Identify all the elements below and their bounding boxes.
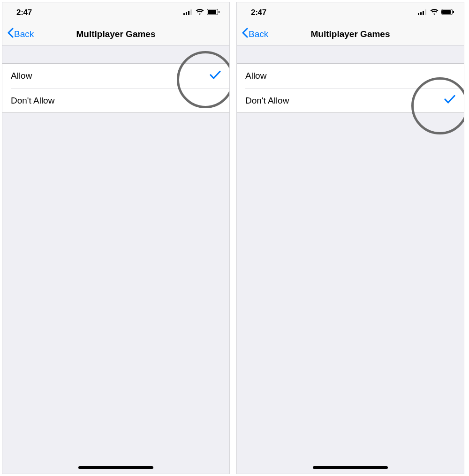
- checkmark-icon: [444, 95, 455, 106]
- status-time: 2:47: [16, 8, 32, 17]
- svg-rect-8: [420, 12, 422, 15]
- svg-rect-9: [423, 11, 424, 15]
- battery-icon: [441, 8, 454, 17]
- row-allow[interactable]: Allow: [2, 64, 229, 88]
- status-icons: [183, 8, 220, 17]
- content: Allow Don't Allow: [237, 45, 464, 113]
- group-spacer: [237, 45, 464, 63]
- wifi-icon: [430, 8, 439, 17]
- nav-bar: Back Multiplayer Games: [237, 23, 464, 45]
- row-label: Don't Allow: [245, 96, 289, 106]
- back-label: Back: [249, 29, 268, 39]
- back-button[interactable]: Back: [7, 28, 34, 40]
- back-label: Back: [14, 29, 34, 39]
- options-list: Allow Don't Allow: [237, 63, 464, 113]
- row-label: Don't Allow: [11, 96, 54, 106]
- content: Allow Don't Allow: [2, 45, 229, 113]
- row-allow[interactable]: Allow: [237, 64, 464, 88]
- status-bar: 2:47: [2, 2, 229, 23]
- svg-rect-0: [183, 13, 185, 15]
- phone-screen-1: 2:47 Back Multiplayer Games Allow: [2, 2, 230, 474]
- home-indicator[interactable]: [78, 466, 153, 469]
- status-icons: [418, 8, 454, 17]
- status-bar: 2:47: [237, 2, 464, 23]
- status-time: 2:47: [251, 8, 266, 17]
- battery-icon: [207, 8, 220, 17]
- phone-screen-2: 2:47 Back Multiplayer Games Allow: [236, 2, 464, 474]
- svg-rect-5: [208, 10, 216, 14]
- page-title: Multiplayer Games: [311, 29, 390, 39]
- back-button[interactable]: Back: [242, 28, 268, 40]
- page-title: Multiplayer Games: [76, 29, 156, 39]
- wifi-icon: [196, 8, 204, 17]
- svg-rect-12: [442, 10, 451, 14]
- checkmark-icon: [210, 70, 221, 82]
- svg-rect-3: [190, 9, 192, 15]
- options-list: Allow Don't Allow: [2, 63, 229, 113]
- svg-rect-6: [219, 11, 219, 13]
- group-spacer: [2, 45, 229, 63]
- nav-bar: Back Multiplayer Games: [2, 23, 229, 45]
- row-label: Allow: [11, 71, 32, 81]
- row-dont-allow[interactable]: Don't Allow: [245, 88, 464, 112]
- chevron-left-icon: [7, 28, 14, 40]
- home-indicator[interactable]: [313, 466, 388, 469]
- cellular-icon: [183, 8, 193, 17]
- svg-rect-13: [453, 11, 454, 13]
- svg-rect-2: [188, 11, 189, 15]
- svg-rect-10: [425, 9, 426, 15]
- svg-rect-1: [186, 12, 187, 15]
- svg-rect-7: [418, 13, 419, 15]
- chevron-left-icon: [242, 28, 248, 40]
- row-dont-allow[interactable]: Don't Allow: [11, 88, 229, 112]
- cellular-icon: [418, 8, 427, 17]
- row-label: Allow: [245, 71, 266, 81]
